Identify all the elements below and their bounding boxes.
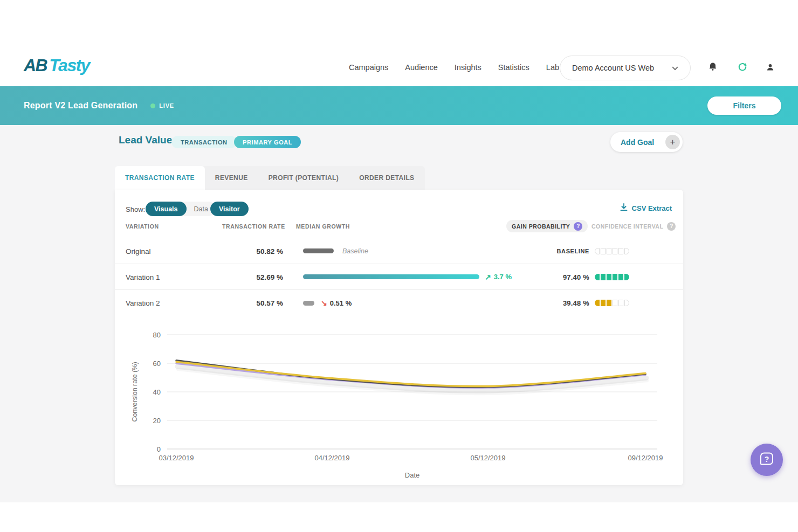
csv-extract-link[interactable]: CSV Extract [620,203,672,213]
svg-text:0: 0 [157,445,161,453]
refresh-icon [737,61,748,74]
ci-segment [601,248,606,254]
svg-text:Date: Date [405,471,419,479]
ci-segment [624,300,629,306]
table-row-variation-1: Variation 1 52.69 % ↗ 3.7 % 97.40 % [115,264,683,290]
svg-text:03/12/2019: 03/12/2019 [159,454,194,462]
goal-tabs: TRANSACTION RATE REVENUE PROFIT (POTENTI… [115,166,425,190]
confidence-interval-meter [595,248,629,254]
user-icon [765,62,775,74]
trend-down-icon: ↘ [321,299,327,307]
status-badge: LIVE [150,102,174,109]
ci-segment [607,248,611,254]
account-selector-value: Demo Account US Web [572,64,654,72]
ci-segment [607,300,611,306]
add-goal-button[interactable]: Add Goal + [610,132,683,152]
toggle-visuals[interactable]: Visuals [146,202,187,216]
primary-goal-badge: PRIMARY GOAL [234,136,301,148]
goal-title: Lead Value [119,134,172,146]
ci-segment [624,248,629,254]
svg-text:05/12/2019: 05/12/2019 [470,454,505,462]
profile-button[interactable] [760,58,780,78]
column-header-gain-probability[interactable]: GAIN PROBABILITY ? [506,220,588,232]
gain-probability-value: 97.40 % [525,273,589,281]
report-content: Lead Value TRANSACTION PRIMARY GOAL Add … [0,125,798,502]
svg-text:09/12/2019: 09/12/2019 [628,454,663,462]
account-selector[interactable]: Demo Account US Web [560,56,691,80]
bell-icon [707,61,718,74]
help-question-icon[interactable]: ? [574,222,582,231]
plus-icon: + [665,135,680,149]
visitor-button[interactable]: Visitor [210,202,249,216]
variation-name: Variation 2 [126,299,160,307]
visuals-data-toggle: Visuals Data [146,202,216,216]
logo-tasty: Tasty [49,56,90,75]
variation-name: Variation 1 [126,273,160,281]
transaction-rate-value: 50.57 % [215,299,283,307]
median-growth-cell: ↗ 3.7 % [303,273,512,281]
table-row-variation-2: Variation 2 50.57 % ↘ 0.51 % 39.48 % [115,290,683,316]
confidence-interval-meter [595,300,629,306]
ab-tasty-report-page: ABTasty Campaigns Audience Insights Stat… [0,0,798,532]
growth-value: 0.51 % [330,299,352,307]
add-goal-label: Add Goal [621,138,654,147]
variation-name: Original [126,247,151,255]
goal-type-badge: TRANSACTION [171,136,237,148]
ab-tasty-logo[interactable]: ABTasty [24,56,90,75]
tab-order-details[interactable]: ORDER DETAILS [349,166,424,190]
growth-value: 3.7 % [494,273,512,281]
trend-up-icon: ↗ [485,273,491,281]
svg-text:Conversion rate (%): Conversion rate (%) [131,362,139,422]
ci-segment [613,248,617,254]
svg-text:80: 80 [153,331,161,339]
results-card: Show: Visuals Data Visitor CSV Extract V… [115,190,683,485]
show-label: Show: [126,205,145,213]
ci-segment [607,274,611,280]
notifications-button[interactable] [703,58,723,78]
nav-item-statistics[interactable]: Statistics [498,63,529,72]
gain-probability-label: GAIN PROBABILITY [512,223,570,230]
tab-transaction-rate[interactable]: TRANSACTION RATE [115,166,205,190]
nav-item-lab[interactable]: Lab [546,63,559,72]
nav-item-insights[interactable]: Insights [455,63,481,72]
svg-text:40: 40 [153,388,161,396]
help-question-icon[interactable]: ? [667,222,676,231]
median-growth-cell: Baseline [303,247,368,255]
growth-bar-positive [303,274,479,279]
ci-segment [618,248,623,254]
growth-bar-negative [303,301,314,306]
main-nav: Campaigns Audience Insights Statistics L… [349,63,559,72]
conversion-chart: 02040608003/12/201904/12/201905/12/20190… [129,323,674,485]
ci-segment [595,248,600,254]
help-bubble-icon: ? [758,450,775,469]
ci-segment [595,274,600,280]
baseline-bar [303,248,334,253]
report-header-bar: Report V2 Lead Generation LIVE Filters [0,86,798,125]
svg-text:?: ? [765,455,769,464]
refresh-button[interactable] [732,58,753,78]
ci-segment [613,300,617,306]
svg-text:04/12/2019: 04/12/2019 [314,454,349,462]
nav-item-campaigns[interactable]: Campaigns [349,63,388,72]
tab-profit-potential[interactable]: PROFIT (POTENTIAL) [258,166,349,190]
column-header-variation: VARIATION [126,223,159,230]
download-icon [620,203,628,213]
transaction-rate-value: 50.82 % [215,247,283,255]
ci-segment [618,300,623,306]
table-row-original: Original 50.82 % Baseline BASELINE [115,238,683,264]
tab-revenue[interactable]: REVENUE [205,166,258,190]
nav-item-audience[interactable]: Audience [405,63,437,72]
filters-button[interactable]: Filters [707,96,781,115]
svg-text:60: 60 [153,360,161,368]
chevron-down-icon [672,63,678,73]
column-header-confidence-interval[interactable]: CONFIDENCE INTERVAL ? [591,220,676,232]
gain-probability-value: BASELINE [525,248,589,254]
confidence-interval-meter [595,274,629,280]
median-growth-cell: ↘ 0.51 % [303,299,352,307]
report-title: Report V2 Lead Generation [24,101,137,110]
confidence-interval-label: CONFIDENCE INTERVAL [591,223,663,230]
help-button[interactable]: ? [751,444,783,476]
ci-segment [601,274,606,280]
logo-ab: AB [24,56,47,75]
ci-segment [595,300,600,306]
